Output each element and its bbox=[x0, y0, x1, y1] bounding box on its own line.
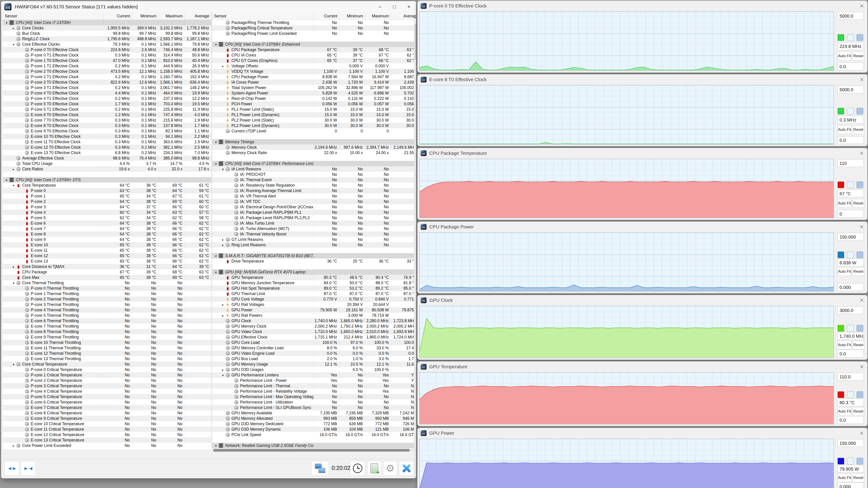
sensor-row[interactable]: E-core 7 Thermal ThrottlingNoNoNo bbox=[3, 324, 211, 329]
graph-close-icon[interactable]: × bbox=[860, 223, 864, 231]
column-header-current[interactable]: Current bbox=[313, 12, 339, 20]
reset-button[interactable]: Reset bbox=[852, 125, 864, 134]
sensor-row[interactable]: Package/Ring Thermal ThrottlingNoNoNo bbox=[212, 20, 416, 25]
sensor-row[interactable]: P-core 1 T0 Effective Clock47.0 MHz0.1 M… bbox=[3, 58, 211, 63]
group-row[interactable]: ▾Network: Realtek Gaming USB 2.5GbE Fami… bbox=[212, 443, 416, 448]
sensor-row[interactable]: Core Max65 °C38 °C69 °C63 °C bbox=[3, 275, 211, 280]
sensor-row[interactable]: Drive Temperature36 °C25 °C36 °C33 ° bbox=[212, 258, 416, 264]
chevron-down-icon[interactable]: ▾ bbox=[213, 42, 219, 47]
sensor-row[interactable]: E-core 1265 °C38 °C66 °C62 °C bbox=[3, 253, 211, 258]
sensor-row[interactable]: E-core 12 Critical TemperatureNoNoNo bbox=[3, 432, 211, 437]
sensor-row[interactable]: Memory Clock2,194.6 MHz997.6 MHz2,394.7 … bbox=[212, 144, 416, 150]
sensor-row[interactable]: E-core 12 Thermal ThrottlingNoNoNo bbox=[3, 351, 211, 356]
sensor-row[interactable]: IA: Turbo Attenuation (MCT)NoNoNo bbox=[212, 226, 416, 231]
chevron-down-icon[interactable]: ▾ bbox=[11, 42, 17, 47]
grid-color-swatch[interactable] bbox=[857, 34, 863, 41]
sensor-row[interactable]: P-core 0 Thermal ThrottlingNoNoNo bbox=[3, 286, 211, 291]
sensor-row[interactable]: Total System Power105.262 W32.896 W117.9… bbox=[212, 85, 416, 90]
sensor-row[interactable]: E-core 11 Critical TemperatureNoNoNo bbox=[3, 427, 211, 432]
sensor-row[interactable]: GPU Hot Spot Temperature89.0 °C53.2 °C89… bbox=[212, 286, 416, 291]
series-color-swatch[interactable] bbox=[837, 325, 844, 332]
chevron-right-icon[interactable]: ▸ bbox=[220, 64, 226, 69]
chevron-down-icon[interactable]: ▾ bbox=[11, 362, 17, 367]
sensor-row[interactable]: GPU Video Clock1,710.0 MHz1,650.0 MHz2,0… bbox=[212, 329, 416, 334]
sensor-row[interactable]: E-core 1365 °C38 °C66 °C62 °C bbox=[3, 258, 211, 264]
sensor-row[interactable]: P-core 562 °C34 °C62 °C58 °C bbox=[3, 215, 211, 221]
minimize-button[interactable]: – bbox=[373, 1, 387, 12]
group-row[interactable]: ▾CPU [#0]: Intel Core i7-13700H bbox=[3, 20, 211, 25]
group-row[interactable]: ▾CPU [#0]: Intel Core i7-13700H: DTS bbox=[3, 177, 211, 183]
sensor-row[interactable]: GPU Clock1,740.0 MHz1,665.0 MHz2,280.0 M… bbox=[212, 318, 416, 324]
sensor-row[interactable]: PL2 Power Limit (Static)30.0 W30.0 W30.0… bbox=[212, 118, 416, 123]
spacer-row[interactable] bbox=[212, 264, 416, 269]
background-color-swatch[interactable] bbox=[847, 391, 854, 398]
sensor-row[interactable]: PCH Power0.056 W0.056 W0.057 W0.056 bbox=[212, 101, 416, 107]
sensor-row[interactable]: GPU Memory Allocated993 MB859 MB993 MB94… bbox=[212, 416, 416, 421]
sensor-row[interactable]: IA: PROCHOTNoNoNo bbox=[212, 172, 416, 177]
auto-fit-button[interactable]: Auto Fit bbox=[837, 267, 851, 276]
group-row[interactable]: ▾Memory Timings bbox=[212, 139, 416, 144]
sensor-row[interactable]: E-core 8 Critical TemperatureNoNoNo bbox=[3, 410, 211, 416]
sensor-row[interactable]: IA: Residency State RegulationNoNoNo bbox=[212, 183, 416, 188]
column-header-averag[interactable]: Averag bbox=[391, 12, 416, 20]
sensor-row[interactable]: GPU Memory Clock2,000.2 MHz1,750.2 MHz2,… bbox=[212, 324, 416, 329]
sensor-row[interactable]: P-core 4 Thermal ThrottlingNoNoNo bbox=[3, 307, 211, 313]
column-header-left[interactable]: SensorCurrentMinimumMaximumAverage bbox=[3, 12, 211, 20]
sensor-row[interactable]: ▾Core Thermal ThrottlingNoNoNo bbox=[3, 280, 211, 286]
sensor-row[interactable]: Bus Clock99.8 MHz99.7 MHz99.8 MHz99.8 MH… bbox=[3, 31, 211, 36]
graph-close-icon[interactable]: × bbox=[860, 2, 864, 10]
grid-color-swatch[interactable] bbox=[857, 108, 863, 115]
background-color-swatch[interactable] bbox=[847, 325, 854, 332]
grid-color-swatch[interactable] bbox=[857, 325, 863, 332]
sensor-row[interactable]: E-core 8 Thermal ThrottlingNoNoNo bbox=[3, 329, 211, 334]
chevron-right-icon[interactable]: ▸ bbox=[11, 166, 17, 172]
auto-fit-button[interactable]: Auto Fit bbox=[837, 52, 851, 60]
sensor-row[interactable]: ▸Core Distance to TjMAX36 °C31 °C64 °C39… bbox=[3, 264, 211, 269]
sensor-row[interactable]: Total CPU Usage4.4 %3.7 %14.7 %4.5 % bbox=[3, 161, 211, 166]
chevron-down-icon[interactable]: ▾ bbox=[220, 166, 226, 172]
sensor-row[interactable]: P-core 5 T0 Effective Clock1.7 MHz0.1 MH… bbox=[3, 101, 211, 107]
sensor-row[interactable]: E-core 964 °C38 °C66 °C62 °C bbox=[3, 237, 211, 242]
horizontal-scrollbar[interactable] bbox=[212, 449, 416, 452]
sensor-row[interactable]: P-core 3 Critical TemperatureNoNoNo bbox=[3, 383, 211, 389]
background-color-swatch[interactable] bbox=[847, 182, 854, 188]
sensor-row[interactable]: Current cTDP Level000 bbox=[212, 128, 416, 134]
sensor-row[interactable]: E-core 6 Critical TemperatureNoNoNo bbox=[3, 399, 211, 405]
sensor-row[interactable]: PCIe Link Speed16.0 GT/s16.0 GT/s16.0 GT… bbox=[212, 432, 416, 437]
clock-button[interactable] bbox=[350, 461, 365, 476]
grid-color-swatch[interactable] bbox=[857, 182, 863, 188]
vertical-scrollbar[interactable] bbox=[414, 20, 416, 449]
reset-button[interactable]: Reset bbox=[852, 474, 864, 482]
sensor-row[interactable]: CPU IA Cores65 °C39 °C67 °C62 ° bbox=[212, 53, 416, 58]
series-color-swatch[interactable] bbox=[837, 458, 844, 464]
sensor-row[interactable]: GPU Memory Available7,195 MB7,195 MB7,32… bbox=[212, 410, 416, 416]
chevron-right-icon[interactable]: ▸ bbox=[220, 302, 226, 307]
sensor-row[interactable]: P-core 2 T0 Effective Clock473.5 MHz12.1… bbox=[3, 69, 211, 74]
sensor-row[interactable]: Memory Clock Ratio22.00 x10.00 x24.00 x2… bbox=[212, 150, 416, 156]
sensor-row[interactable]: ▸GPU Rail Powers3.000 W78.719 W bbox=[212, 313, 416, 318]
sensor-row[interactable]: P-core 1 Thermal ThrottlingNoNoNo bbox=[3, 291, 211, 296]
reset-button[interactable]: Reset bbox=[852, 199, 864, 207]
sensor-row[interactable]: ▸Core Ratios19.6 x4.0 x32.0 x17.8 x bbox=[3, 166, 211, 172]
sensor-row[interactable]: ▾Core Temperatures64 °C36 °C69 °C61 °C bbox=[3, 183, 211, 188]
chevron-down-icon[interactable]: ▾ bbox=[11, 281, 17, 286]
series-color-swatch[interactable] bbox=[837, 252, 844, 258]
sensor-row[interactable]: P-core 1 Critical TemperatureNoNoNo bbox=[3, 372, 211, 378]
auto-fit-button[interactable]: Auto Fit bbox=[837, 407, 851, 416]
sensor-row[interactable]: GPU Bus Load2.0 %1.0 %3.0 %1.7 bbox=[212, 356, 416, 361]
sensor-row[interactable]: P-core 1 T1 Effective Clock0.2 MHz0.1 MH… bbox=[3, 63, 211, 69]
sensor-row[interactable]: E-core 8 T0 Effective Clock0.3 MHz0.1 MH… bbox=[3, 123, 211, 128]
sensor-row[interactable]: VDDQ TX Voltage1.100 V1.100 V1.100 V1.10… bbox=[212, 69, 416, 74]
sensor-row[interactable]: Performance Limit - SLI GPUBoost SyncNoN… bbox=[212, 405, 416, 410]
sensor-row[interactable]: GPU D3D Memory Dedicated772 MB639 MB772 … bbox=[212, 421, 416, 427]
sensor-row[interactable]: ▾Core Effective Clocks79.3 MHz0.1 MHz1,5… bbox=[3, 41, 211, 47]
sensor-row[interactable]: E-core 7 T0 Effective Clock0.3 MHz0.1 MH… bbox=[3, 118, 211, 123]
sensor-row[interactable]: P-core 5 T1 Effective Clock0.2 MHz0.1 MH… bbox=[3, 107, 211, 112]
background-color-swatch[interactable] bbox=[847, 108, 854, 115]
chevron-right-icon[interactable]: ▸ bbox=[220, 242, 226, 248]
sensor-row[interactable]: P-core 460 °C34 °C63 °C57 °C bbox=[3, 210, 211, 215]
chevron-down-icon[interactable]: ▾ bbox=[213, 443, 219, 448]
chevron-right-icon[interactable]: ▸ bbox=[11, 264, 17, 269]
sensor-row[interactable]: GPU Core Voltage0.770 V0.750 V0.840 V0.7… bbox=[212, 296, 416, 302]
column-header-minimum[interactable]: Minimum bbox=[132, 12, 158, 20]
